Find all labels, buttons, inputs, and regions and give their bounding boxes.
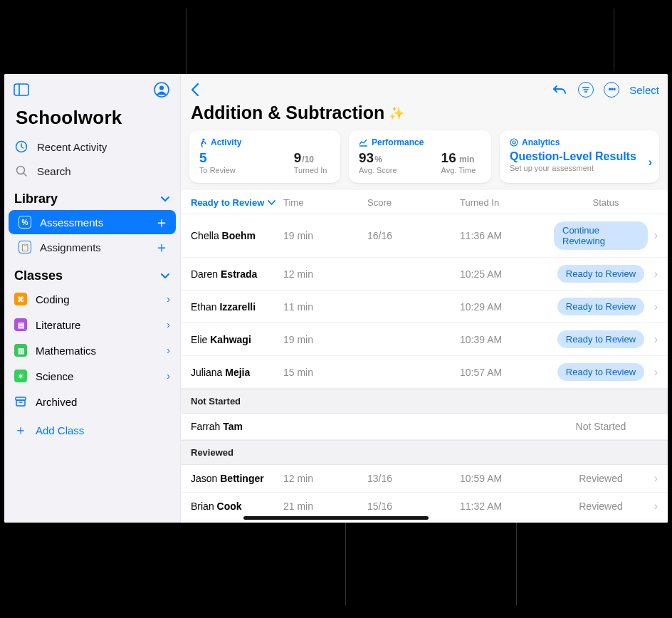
- chevron-down-icon: [160, 196, 170, 203]
- library-glyph-icon: %: [19, 216, 31, 229]
- cell-time: 19 min: [283, 230, 367, 241]
- chevron-right-icon: ›: [648, 268, 658, 281]
- sidebar-item-archived[interactable]: Archived: [4, 389, 180, 414]
- back-button[interactable]: [187, 81, 204, 98]
- table-row[interactable]: Elie Kahwagi19 min10:39 AMReady to Revie…: [181, 323, 668, 356]
- turned-in-label: Turned In: [294, 166, 327, 174]
- header-turned-in[interactable]: Turned In: [460, 197, 554, 208]
- undo-icon[interactable]: [551, 81, 568, 98]
- page-title: Addition & Subtraction ✨: [181, 101, 668, 130]
- analytics-title: Question-Level Results: [510, 150, 649, 163]
- library-header[interactable]: Library: [4, 183, 180, 209]
- svg-point-13: [202, 138, 204, 140]
- student-name: Brian Cook: [191, 501, 283, 512]
- cell-status: Ready to Review: [554, 298, 648, 315]
- account-icon[interactable]: [153, 81, 170, 98]
- classes-header[interactable]: Classes: [4, 260, 180, 286]
- home-indicator[interactable]: [243, 516, 429, 520]
- students-table: Ready to Review Time Score Turned In Sta…: [181, 190, 668, 523]
- status-badge[interactable]: Continue Reviewing: [554, 221, 648, 250]
- table-row[interactable]: Chella Boehm19 min16/1611:36 AMContinue …: [181, 214, 668, 258]
- sidebar-item-mathematics[interactable]: ▥Mathematics›: [4, 337, 180, 363]
- cell-turned-in: 10:59 AM: [460, 473, 554, 484]
- chevron-right-icon: ›: [167, 370, 170, 382]
- cell-time: 21 min: [283, 501, 367, 512]
- svg-point-14: [510, 139, 518, 146]
- sidebar-item-label: Recent Activity: [37, 141, 107, 153]
- svg-rect-0: [14, 84, 28, 95]
- select-button[interactable]: Select: [629, 84, 659, 96]
- chart-icon: [359, 139, 368, 147]
- table-row[interactable]: Ethan Izzarelli11 min10:29 AMReady to Re…: [181, 290, 668, 323]
- to-review-value: 5: [199, 150, 207, 165]
- svg-rect-8: [16, 400, 25, 406]
- sidebar-item-literature[interactable]: ▤Literature›: [4, 312, 180, 337]
- sidebar-item-assessments[interactable]: %Assessments＋: [9, 210, 176, 234]
- performance-card: Performance 93% Avg. Score 16 min Avg. T…: [349, 130, 491, 183]
- more-icon[interactable]: •••: [604, 82, 619, 98]
- turned-in-suffix: /10: [302, 154, 314, 164]
- chevron-right-icon: ›: [649, 156, 652, 169]
- cell-time: 19 min: [283, 334, 367, 345]
- student-name: Daren Estrada: [191, 268, 283, 280]
- student-name: Juliana Mejia: [191, 367, 283, 378]
- sidebar-item-recent[interactable]: Recent Activity: [4, 135, 180, 159]
- student-name: Jason Bettinger: [191, 473, 283, 484]
- chevron-right-icon: ›: [167, 293, 170, 305]
- avg-time-label: Avg. Time: [441, 166, 476, 174]
- avg-score-label: Avg. Score: [359, 166, 397, 174]
- sidebar-item-science[interactable]: ✶Science›: [4, 363, 180, 389]
- sort-ready-to-review[interactable]: Ready to Review: [191, 197, 283, 208]
- status-badge[interactable]: Ready to Review: [557, 265, 644, 283]
- cell-turned-in: 10:57 AM: [460, 367, 554, 378]
- plus-icon[interactable]: ＋: [154, 216, 169, 229]
- cell-score: 15/16: [367, 501, 460, 512]
- chevron-right-icon: ›: [648, 472, 658, 485]
- page-title-text: Addition & Subtraction: [191, 103, 384, 123]
- table-row[interactable]: Jason Bettinger12 min13/1610:59 AMReview…: [181, 465, 668, 493]
- status-badge[interactable]: Ready to Review: [557, 363, 644, 381]
- sidebar-item-coding[interactable]: ⌘Coding›: [4, 286, 180, 312]
- chevron-right-icon: ›: [648, 366, 658, 379]
- cell-time: 11 min: [283, 301, 367, 313]
- group-header: Not Started: [181, 389, 668, 414]
- card-head-label: Activity: [211, 137, 241, 147]
- target-icon: [510, 138, 518, 147]
- sidebar-toggle-icon[interactable]: [13, 81, 30, 98]
- table-row[interactable]: Farrah TamNot Started: [181, 414, 668, 440]
- cell-status: Reviewed: [554, 501, 648, 512]
- student-name: Ethan Izzarelli: [191, 301, 283, 313]
- section-label: Library: [14, 192, 58, 206]
- cell-turned-in: 11:36 AM: [460, 230, 554, 241]
- main-content: ••• Select Addition & Subtraction ✨ Acti…: [181, 74, 668, 523]
- avg-score-suffix: %: [374, 154, 382, 164]
- status-badge[interactable]: Ready to Review: [557, 330, 644, 348]
- chevron-down-icon: [268, 200, 275, 206]
- search-icon: [14, 164, 28, 177]
- card-head-label: Analytics: [522, 137, 560, 147]
- add-class-button[interactable]: ＋ Add Class: [4, 414, 180, 446]
- chevron-right-icon: ›: [648, 333, 658, 346]
- header-time[interactable]: Time: [283, 197, 367, 208]
- analytics-card[interactable]: Analytics Question-Level Results Set up …: [500, 130, 659, 183]
- filter-icon[interactable]: [578, 82, 594, 98]
- status-text: Not Started: [576, 421, 626, 432]
- table-row[interactable]: Daren Estrada12 min10:25 AMReady to Revi…: [181, 258, 668, 290]
- table-row[interactable]: Juliana Mejia15 min10:57 AMReady to Revi…: [181, 356, 668, 389]
- sidebar-item-label: Coding: [36, 293, 70, 305]
- header-status: Status: [554, 197, 658, 208]
- cell-time: 12 min: [283, 268, 367, 280]
- cell-status: Continue Reviewing: [554, 221, 648, 250]
- sidebar-item-search[interactable]: Search: [4, 159, 180, 183]
- status-badge[interactable]: Ready to Review: [557, 298, 644, 315]
- table-header: Ready to Review Time Score Turned In Sta…: [181, 190, 668, 214]
- group-header: Reviewed: [181, 440, 668, 465]
- header-score[interactable]: Score: [367, 197, 460, 208]
- class-badge-icon: ⌘: [14, 293, 27, 305]
- chevron-right-icon: ›: [648, 300, 658, 313]
- sidebar-item-label: Literature: [36, 319, 80, 331]
- app-window: Schoolwork Recent Activity Search Librar…: [4, 74, 668, 523]
- cell-score: 16/16: [367, 230, 460, 241]
- plus-icon[interactable]: ＋: [154, 241, 169, 253]
- sidebar-item-assignments[interactable]: 📋Assignments＋: [9, 235, 176, 259]
